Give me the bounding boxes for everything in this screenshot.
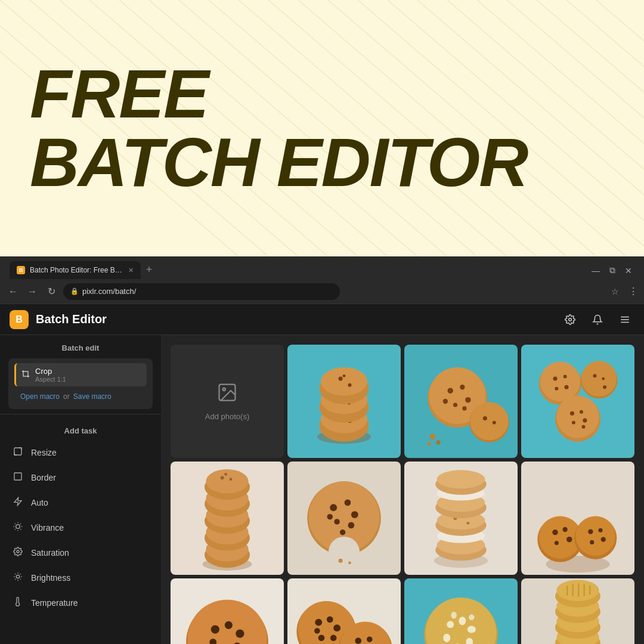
svg-point-41: [16, 575, 19, 578]
photo-area: Add photo(s): [161, 335, 644, 644]
browser-menu-icon[interactable]: ⋮: [628, 286, 638, 297]
close-button[interactable]: ✕: [625, 266, 632, 275]
svg-point-144: [566, 537, 572, 543]
svg-line-19: [507, 0, 644, 256]
svg-point-117: [334, 519, 340, 525]
resize-icon: [12, 447, 24, 459]
save-macro-link[interactable]: Save macro: [73, 392, 112, 401]
photo-cell-8: [171, 578, 284, 644]
bell-icon[interactable]: [588, 310, 607, 329]
svg-point-175: [355, 637, 361, 644]
svg-point-115: [345, 500, 351, 506]
back-button[interactable]: ←: [6, 284, 20, 299]
svg-point-190: [451, 612, 457, 619]
app-header: B Batch Editor: [0, 304, 644, 335]
tab-close-button[interactable]: ✕: [128, 267, 134, 274]
svg-point-82: [555, 387, 558, 391]
svg-point-66: [453, 402, 457, 407]
svg-point-191: [469, 615, 475, 621]
bookmark-icon[interactable]: ☆: [611, 287, 619, 296]
svg-point-114: [330, 504, 337, 511]
svg-point-80: [564, 374, 567, 378]
task-label-border: Border: [31, 473, 56, 482]
minimize-button[interactable]: —: [592, 266, 600, 275]
reload-button[interactable]: ↻: [44, 284, 58, 299]
svg-line-35: [20, 529, 21, 530]
svg-point-74: [436, 440, 440, 444]
svg-point-23: [569, 318, 572, 321]
tab-title: Batch Photo Editor: Free Bulk I...: [30, 266, 123, 274]
svg-point-150: [601, 537, 606, 541]
svg-point-107: [221, 476, 224, 479]
forward-button[interactable]: →: [25, 284, 39, 299]
svg-rect-29: [14, 473, 21, 480]
crop-info: Crop Aspect 1:1: [35, 367, 66, 383]
menu-icon[interactable]: [615, 310, 634, 329]
hero-text: FREE BATCH EDITOR: [30, 60, 527, 197]
hero-line1: FREE: [30, 60, 527, 128]
task-item-brightness[interactable]: Brightness: [0, 565, 161, 590]
auto-icon: [12, 497, 24, 509]
task-item-auto[interactable]: Auto: [0, 490, 161, 515]
svg-point-122: [348, 561, 351, 564]
vibrance-icon: [12, 522, 24, 534]
task-item-resize[interactable]: Resize: [0, 440, 161, 465]
svg-line-21: [566, 0, 644, 256]
add-photo-icon: [216, 382, 238, 407]
svg-point-147: [575, 516, 615, 556]
svg-point-75: [428, 442, 431, 445]
svg-point-59: [343, 374, 346, 377]
svg-point-151: [590, 540, 594, 544]
photo-cell-7: [521, 462, 634, 575]
settings-icon[interactable]: [561, 310, 580, 329]
new-tab-button[interactable]: +: [141, 262, 157, 279]
tab-favicon: B: [17, 266, 25, 274]
hero-line2: BATCH EDITOR: [30, 128, 527, 197]
main-layout: Batch edit Crop Aspect 1:1: [0, 335, 644, 644]
crop-icon: [21, 369, 30, 380]
svg-point-172: [314, 628, 320, 634]
svg-point-121: [339, 559, 343, 563]
browser-active-tab[interactable]: B Batch Photo Editor: Free Bulk I... ✕: [10, 261, 141, 279]
task-item-vibrance[interactable]: Vibrance: [0, 515, 161, 540]
svg-point-64: [460, 385, 465, 389]
task-item-temperature[interactable]: Temperature: [0, 590, 161, 615]
svg-point-68: [462, 406, 466, 410]
svg-point-167: [315, 619, 322, 626]
svg-line-20: [537, 0, 644, 256]
svg-point-145: [555, 541, 559, 545]
task-item-saturation[interactable]: Saturation: [0, 540, 161, 565]
svg-point-158: [236, 630, 244, 638]
svg-point-148: [588, 529, 593, 534]
svg-rect-28: [14, 448, 21, 455]
photo-cell-9: [287, 578, 401, 644]
task-label-temperature: Temperature: [31, 598, 78, 608]
app-content: B Batch Editor: [0, 304, 644, 644]
svg-point-157: [225, 621, 233, 629]
app-wrapper: B Batch Editor: [0, 304, 644, 644]
svg-point-40: [17, 550, 19, 553]
add-photo-cell[interactable]: Add photo(s): [171, 345, 284, 458]
crop-aspect: Aspect 1:1: [35, 376, 66, 383]
task-list: Resize Border Auto Vibrance Saturation B…: [0, 440, 161, 615]
svg-point-58: [348, 383, 352, 387]
address-input[interactable]: 🔒 pixlr.com/batch/: [63, 283, 340, 300]
svg-point-168: [327, 617, 333, 623]
border-icon: [12, 472, 24, 484]
photo-cell-2: [404, 345, 518, 458]
svg-point-63: [447, 388, 453, 394]
crop-task-item[interactable]: Crop Aspect 1:1: [14, 363, 147, 386]
hero-section: FREE BATCH EDITOR: [0, 0, 644, 256]
temperature-icon: [12, 597, 24, 609]
divider: [0, 414, 161, 414]
open-macro-link[interactable]: Open macro: [20, 392, 60, 401]
crop-name: Crop: [35, 367, 66, 376]
browser-window: B Batch Photo Editor: Free Bulk I... ✕ +…: [0, 256, 644, 644]
svg-point-93: [572, 421, 575, 425]
saturation-icon: [12, 547, 24, 559]
restore-button[interactable]: ⧉: [609, 265, 615, 275]
svg-point-79: [553, 376, 557, 380]
task-item-border[interactable]: Border: [0, 465, 161, 490]
address-bar: ← → ↻ 🔒 pixlr.com/batch/ ☆ ⋮: [0, 279, 644, 304]
photo-cell-11: [521, 578, 634, 644]
